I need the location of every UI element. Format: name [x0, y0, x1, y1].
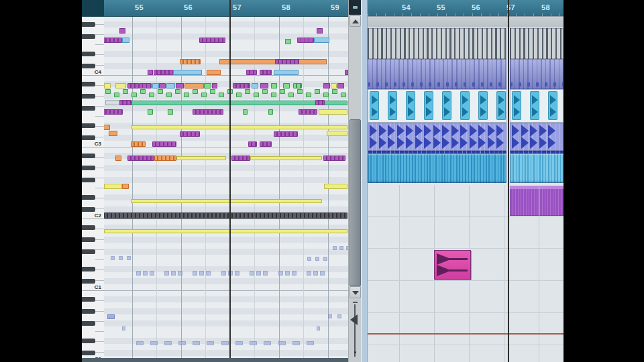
midi-note[interactable] — [268, 109, 273, 115]
midi-note[interactable] — [271, 83, 277, 88]
ghost-note[interactable] — [292, 271, 297, 276]
midi-note[interactable] — [260, 70, 272, 75]
midi-note[interactable] — [274, 70, 299, 75]
midi-note[interactable] — [288, 93, 294, 97]
ghost-note[interactable] — [256, 271, 261, 276]
midi-note[interactable] — [159, 83, 166, 88]
midi-note[interactable] — [184, 83, 204, 88]
ghost-note[interactable] — [317, 326, 320, 330]
piano-key-black[interactable] — [82, 94, 95, 99]
scrollbar-thumb[interactable] — [350, 119, 361, 286]
midi-note[interactable] — [210, 89, 215, 94]
midi-note[interactable] — [323, 83, 330, 88]
piano-key-black[interactable] — [82, 52, 95, 56]
midi-note[interactable] — [168, 109, 173, 115]
ghost-note[interactable] — [164, 341, 172, 345]
midi-note[interactable] — [248, 141, 257, 147]
ghost-note[interactable] — [150, 271, 154, 276]
ghost-note[interactable] — [307, 257, 311, 261]
midi-note[interactable] — [254, 93, 259, 97]
midi-note[interactable] — [152, 141, 176, 147]
piano-key-black[interactable] — [82, 154, 95, 158]
piano-key-black[interactable] — [82, 34, 95, 39]
piano-key-black[interactable] — [82, 351, 95, 355]
midi-note[interactable] — [283, 83, 290, 88]
piano-key-black[interactable] — [82, 207, 95, 212]
piano-key-black[interactable] — [82, 279, 95, 284]
midi-note[interactable] — [176, 83, 184, 88]
clip-track-1-header[interactable] — [368, 17, 564, 28]
midi-note[interactable] — [327, 131, 347, 136]
ghost-note[interactable] — [278, 271, 283, 276]
piano-keyboard[interactable]: C4C3C2C1C0 — [82, 0, 104, 358]
midi-note[interactable] — [219, 93, 224, 97]
midi-note[interactable] — [184, 93, 189, 97]
midi-note[interactable] — [104, 184, 122, 189]
midi-note[interactable] — [154, 156, 176, 161]
piano-key-black[interactable] — [82, 135, 95, 140]
midi-note[interactable] — [115, 83, 126, 88]
piano-key-black[interactable] — [82, 166, 95, 170]
ghost-note[interactable] — [263, 271, 268, 276]
ghost-note[interactable] — [119, 256, 123, 260]
midi-note[interactable] — [158, 89, 163, 94]
ghost-note[interactable] — [250, 341, 257, 345]
midi-note[interactable] — [315, 100, 325, 105]
zoom-slider-handle[interactable] — [350, 314, 358, 325]
midi-note[interactable] — [207, 70, 221, 75]
midi-note[interactable] — [199, 38, 225, 43]
vertical-scrollbar[interactable] — [348, 0, 361, 362]
midi-note[interactable] — [152, 83, 159, 88]
piano-key-black[interactable] — [82, 22, 95, 27]
midi-note[interactable] — [149, 93, 154, 97]
ghost-note[interactable] — [292, 341, 300, 345]
midi-note[interactable] — [180, 59, 201, 64]
midi-note[interactable] — [140, 89, 146, 94]
ghost-note[interactable] — [136, 341, 144, 345]
midi-note[interactable] — [176, 156, 226, 160]
midi-note[interactable] — [119, 100, 131, 105]
ghost-note[interactable] — [250, 271, 254, 276]
ghost-note[interactable] — [143, 271, 148, 276]
ghost-note[interactable] — [206, 271, 211, 276]
ghost-note[interactable] — [221, 341, 229, 345]
midi-note[interactable] — [297, 38, 314, 43]
ghost-note[interactable] — [235, 341, 243, 345]
clip-track-2[interactable] — [368, 59, 506, 89]
piano-key-black[interactable] — [82, 225, 95, 230]
midi-note[interactable] — [262, 89, 268, 94]
piano-key-black[interactable] — [82, 82, 95, 86]
midi-note[interactable] — [323, 93, 329, 97]
midi-note[interactable] — [341, 93, 346, 97]
ghost-note[interactable] — [122, 326, 125, 330]
piano-key-black[interactable] — [82, 64, 95, 68]
ghost-note[interactable] — [333, 246, 337, 250]
midi-note[interactable] — [324, 184, 347, 189]
midi-note[interactable] — [250, 156, 322, 160]
ghost-note[interactable] — [178, 341, 186, 345]
ghost-note[interactable] — [207, 341, 214, 345]
midi-note[interactable] — [331, 83, 337, 88]
playhead-arrangement[interactable] — [508, 0, 509, 362]
midi-note[interactable] — [119, 28, 125, 34]
zoom-slider[interactable] — [349, 299, 362, 362]
midi-note[interactable] — [285, 39, 291, 44]
midi-note[interactable] — [148, 109, 153, 115]
midi-note[interactable] — [219, 59, 327, 64]
piano-roll-grid[interactable] — [104, 17, 348, 358]
clip-track-5[interactable] — [510, 154, 564, 183]
piano-key-black[interactable] — [82, 178, 95, 182]
ghost-note[interactable] — [193, 341, 200, 345]
ghost-note[interactable] — [339, 246, 343, 250]
ghost-note[interactable] — [328, 314, 332, 318]
midi-note[interactable] — [104, 229, 347, 233]
ghost-note[interactable] — [278, 341, 286, 345]
clip-track-6[interactable] — [510, 186, 564, 216]
ghost-note[interactable] — [307, 271, 311, 276]
midi-note[interactable] — [127, 156, 154, 161]
midi-note[interactable] — [246, 70, 257, 75]
clip-track-2[interactable] — [510, 59, 564, 89]
clip-pink-selected[interactable] — [434, 250, 471, 280]
midi-note[interactable] — [337, 83, 344, 88]
midi-note[interactable] — [204, 83, 211, 88]
